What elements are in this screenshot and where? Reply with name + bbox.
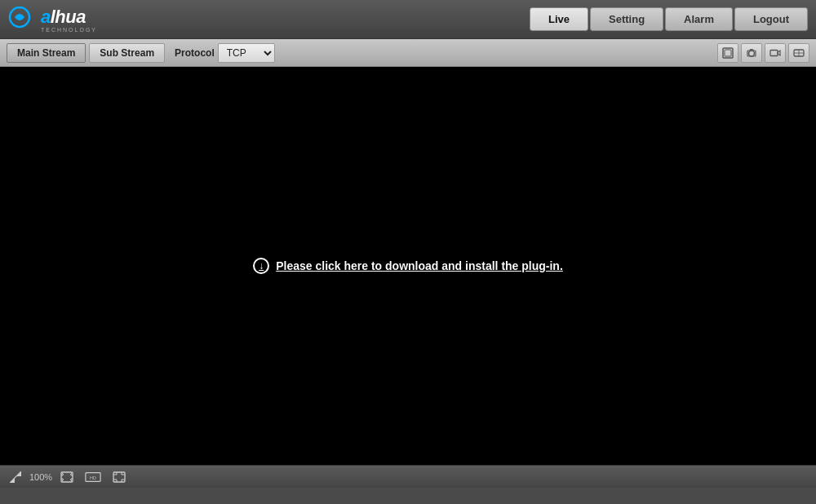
protocol-label: Protocol (175, 47, 215, 59)
svg-rect-16 (113, 472, 125, 482)
snapshot-icon-btn[interactable] (741, 43, 762, 63)
fullscreen-status-icon-btn[interactable] (109, 470, 129, 484)
logo-technology: TECHNOLOGY (41, 27, 97, 33)
header: alhua TECHNOLOGY Live Setting Alarm Logo… (0, 0, 816, 39)
svg-rect-6 (770, 50, 778, 55)
video-area: ↓ Please click here to download and inst… (0, 67, 816, 465)
nav-logout-button[interactable]: Logout (734, 7, 808, 31)
fullscreen-icon-btn[interactable] (717, 43, 738, 63)
logo: alhua TECHNOLOGY (8, 6, 97, 33)
svg-rect-2 (725, 50, 731, 56)
plugin-icon: ↓ (253, 258, 269, 274)
nav-live-button[interactable]: Live (530, 7, 588, 31)
zoom-out-icon-btn[interactable] (7, 470, 24, 484)
svg-point-3 (749, 51, 755, 56)
svg-line-12 (10, 471, 21, 483)
aspect-ratio-icon-btn[interactable]: HD (82, 470, 104, 484)
status-bar: 100% HD (0, 465, 816, 488)
sub-stream-button[interactable]: Sub Stream (89, 43, 165, 63)
toolbar: Main Stream Sub Stream Protocol TCP UDP … (0, 39, 816, 67)
nav-alarm-button[interactable]: Alarm (665, 7, 733, 31)
plugin-download-link[interactable]: ↓ Please click here to download and inst… (253, 258, 563, 274)
plugin-message: Please click here to download and instal… (276, 259, 563, 272)
protocol-select[interactable]: TCP UDP RTP (218, 43, 275, 63)
video-icon-btn[interactable] (788, 43, 809, 63)
svg-text:HD: HD (90, 475, 96, 480)
record-icon-btn[interactable] (765, 43, 786, 63)
nav-buttons: Live Setting Alarm Logout (530, 7, 808, 31)
main-stream-button[interactable]: Main Stream (7, 43, 86, 63)
stretch-icon-btn[interactable] (57, 470, 77, 484)
toolbar-icons (717, 43, 809, 63)
nav-setting-button[interactable]: Setting (590, 7, 663, 31)
logo-wordmark: alhua (41, 7, 86, 28)
zoom-level: 100% (29, 472, 52, 482)
dahua-icon (8, 6, 38, 29)
